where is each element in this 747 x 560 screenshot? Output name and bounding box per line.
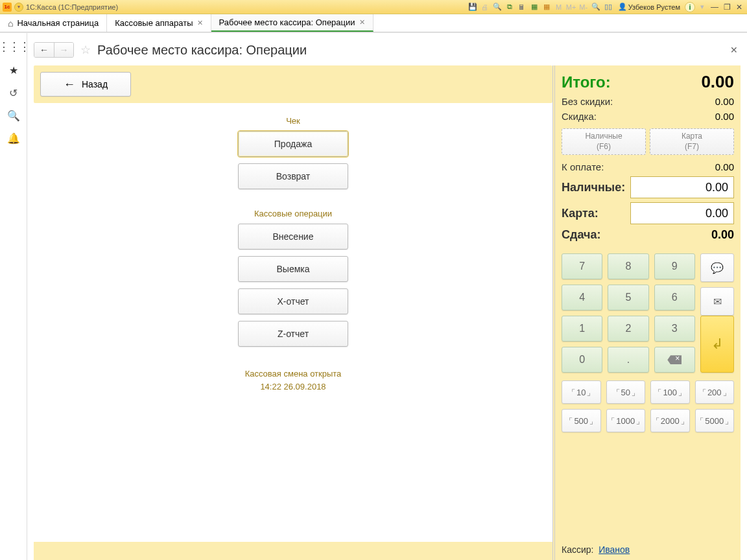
page-title: Рабочее место кассира: Операции [97, 43, 307, 58]
workspace-header: ← → ☆ Рабочее место кассира: Операции ✕ [34, 40, 741, 60]
key-4[interactable]: 4 [562, 285, 602, 310]
favorites-icon[interactable]: ★ [9, 64, 18, 76]
key-8[interactable]: 8 [608, 253, 648, 279]
calc-icon[interactable]: 🖩 [517, 2, 527, 12]
key-9[interactable]: 9 [654, 253, 695, 279]
denom-50[interactable]: ⌜50⌟ [606, 380, 646, 404]
denom-5000[interactable]: ⌜5000⌟ [695, 409, 735, 432]
pay-cash-label: Наличные [562, 132, 645, 142]
key-dot[interactable]: . [608, 347, 648, 373]
ops-footer [34, 542, 552, 560]
date-icon[interactable]: ▦ [541, 2, 552, 12]
calendar-icon[interactable]: ▦ [529, 2, 540, 12]
app-title: 1С:Касса (1С:Предприятие) [26, 3, 118, 11]
key-7[interactable]: 7 [562, 253, 602, 279]
close-page-button[interactable]: ✕ [730, 45, 738, 55]
return-button[interactable]: Возврат [238, 163, 348, 189]
print-icon[interactable]: 🖨 [480, 2, 490, 12]
close-icon[interactable]: ✕ [197, 19, 203, 27]
key-comment[interactable]: 💬 [700, 253, 734, 282]
left-rail: ⋮⋮⋮ ★ ↺ 🔍 🔔 [0, 33, 27, 560]
discount-label: Скидка: [562, 111, 597, 122]
topay-label: К оплате: [562, 161, 604, 172]
key-2[interactable]: 2 [608, 316, 648, 342]
group-cashops-label: Кассовые операции [254, 209, 332, 218]
total-value: 0.00 [701, 72, 734, 92]
key-backspace[interactable] [654, 347, 695, 373]
app-menu-dropdown[interactable]: ▾ [14, 3, 23, 12]
nav-back-button[interactable]: ← [34, 43, 54, 57]
minimize-button[interactable]: — [709, 2, 720, 12]
key-6[interactable]: 6 [654, 285, 695, 310]
cashier-link[interactable]: Иванов [599, 544, 630, 555]
cash-input[interactable] [630, 176, 734, 198]
memory-m-icon[interactable]: M [554, 2, 564, 12]
key-5[interactable]: 5 [608, 285, 648, 310]
shift-status-label: Кассовая смена открыта [245, 368, 342, 380]
tab-home[interactable]: ⌂ Начальная страница [0, 14, 107, 32]
denom-100[interactable]: ⌜100⌟ [650, 380, 690, 404]
change-label: Сдача: [562, 228, 600, 242]
tab-strip: ⌂ Начальная страница Кассовые аппараты ✕… [0, 14, 747, 32]
panels-icon[interactable]: ▯▯ [603, 2, 613, 12]
tab-cash-registers[interactable]: Кассовые аппараты ✕ [107, 14, 211, 32]
denom-500[interactable]: ⌜500⌟ [562, 409, 601, 432]
cashier-line: Кассир: Иванов [562, 539, 734, 555]
search-icon[interactable]: 🔍 [7, 110, 20, 122]
denom-1000[interactable]: ⌜1000⌟ [606, 409, 646, 432]
favorite-star-icon[interactable]: ☆ [80, 43, 91, 57]
key-0[interactable]: 0 [562, 347, 602, 373]
tab-label: Кассовые аппараты [115, 18, 193, 28]
x-report-button[interactable]: Х-отчет [238, 288, 348, 314]
memory-mminus-icon[interactable]: M- [578, 2, 589, 12]
denom-2000[interactable]: ⌜2000⌟ [650, 409, 690, 432]
tab-label: Рабочее место кассира: Операции [219, 18, 355, 27]
info-dropdown-icon[interactable]: ▾ [697, 2, 707, 12]
change-value: 0.00 [711, 228, 734, 242]
pay-card-button[interactable]: Карта (F7) [650, 128, 734, 155]
keypad: 7 8 9 4 5 6 💬 ✉ [562, 253, 734, 438]
user-name-label: Узбеков Рустем [628, 3, 680, 11]
apps-icon[interactable]: ⋮⋮⋮ [0, 40, 29, 54]
back-button[interactable]: ← Назад [40, 72, 131, 97]
maximize-button[interactable]: ❐ [722, 2, 732, 12]
memory-mplus-icon[interactable]: M+ [566, 2, 576, 12]
totals-panel: Итого: 0.00 Без скидки: 0.00 Скидка: 0.0… [552, 65, 741, 560]
tab-cashier-operations[interactable]: Рабочее место кассира: Операции ✕ [211, 14, 374, 32]
home-icon: ⌂ [8, 18, 13, 29]
card-input[interactable] [630, 202, 734, 224]
notifications-icon[interactable]: 🔔 [7, 132, 20, 145]
pay-cash-button[interactable]: Наличные (F6) [562, 128, 646, 155]
info-icon[interactable]: i [685, 2, 695, 12]
topay-value: 0.00 [715, 161, 734, 172]
history-icon[interactable]: ↺ [9, 87, 18, 99]
preview-icon[interactable]: 🔍 [492, 2, 503, 12]
close-icon[interactable]: ✕ [359, 18, 365, 27]
key-3[interactable]: 3 [654, 316, 695, 342]
discount-value: 0.00 [715, 111, 734, 122]
deposit-button[interactable]: Внесение [238, 224, 348, 250]
nav-forward-button[interactable]: → [54, 43, 73, 57]
ops-groups: Чек Продажа Возврат Кассовые операции Вн… [34, 103, 552, 542]
pay-card-label: Карта [650, 132, 733, 142]
denom-10[interactable]: ⌜10⌟ [562, 380, 601, 404]
compare-icon[interactable]: ⧉ [504, 2, 515, 12]
arrow-left-icon: ← [64, 78, 75, 91]
tab-home-label: Начальная страница [17, 18, 99, 28]
denom-200[interactable]: ⌜200⌟ [695, 380, 735, 404]
back-button-label: Назад [82, 79, 108, 89]
pay-cash-hint: (F6) [562, 142, 645, 152]
back-bar: ← Назад [34, 65, 552, 103]
user-badge[interactable]: 👤Узбеков Рустем [615, 2, 683, 12]
save-icon[interactable]: 💾 [468, 2, 478, 12]
key-email[interactable]: ✉ [700, 287, 734, 316]
z-report-button[interactable]: Z-отчет [238, 321, 348, 347]
key-enter[interactable]: ↲ [700, 316, 734, 373]
key-1[interactable]: 1 [562, 316, 602, 342]
sale-button[interactable]: Продажа [238, 131, 348, 157]
close-window-button[interactable]: ✕ [734, 2, 744, 12]
title-bar: 1c ▾ 1С:Касса (1С:Предприятие) 💾 🖨 🔍 ⧉ 🖩… [0, 0, 747, 14]
withdraw-button[interactable]: Выемка [238, 256, 348, 282]
shift-datetime-label: 14:22 26.09.2018 [245, 380, 342, 393]
zoom-icon[interactable]: 🔍 [591, 2, 601, 12]
